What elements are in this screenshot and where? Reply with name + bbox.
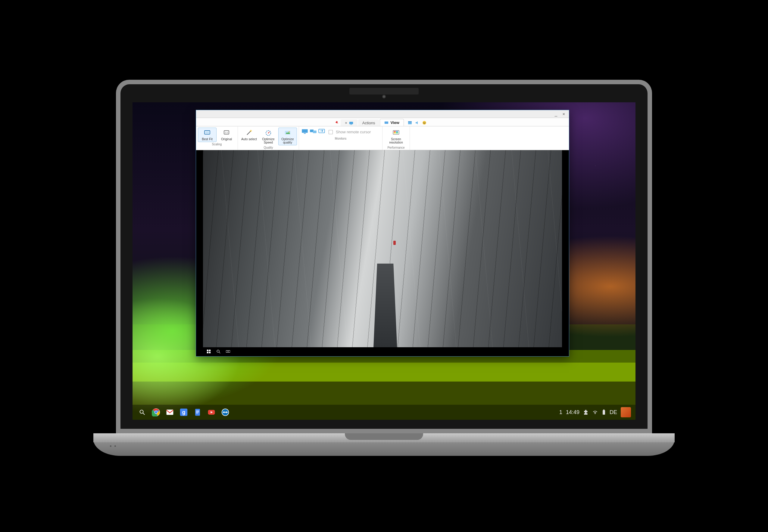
speed-icon [265,129,272,137]
view-ribbon: Best Fit 1:1 Original Scaling [196,126,569,150]
svg-point-32 [217,350,219,352]
remote-session-window[interactable]: _ × × Actions [196,110,569,357]
scaling-group-label: Scaling [212,143,222,146]
monitors-group-label: Monitors [335,137,346,140]
svg-rect-28 [207,350,209,351]
svg-rect-35 [228,350,230,352]
svg-rect-0 [349,122,353,124]
svg-point-5 [423,121,426,125]
svg-rect-42 [166,410,173,415]
performance-group-label: Performance [387,146,404,149]
svg-rect-24 [394,131,396,132]
app-gmail[interactable] [165,407,175,417]
tray-notification-count[interactable]: 1 [559,409,562,416]
docs-icon [194,408,202,416]
best-fit-label: Best Fit [202,138,213,141]
battery-icon[interactable] [602,409,606,415]
chromebook-desktop: _ × × Actions [132,102,636,420]
resolution-icon [392,129,400,137]
ribbon-group-performance: Screen resolution Performance [382,126,410,150]
search-icon [139,409,145,416]
svg-rect-1 [350,124,352,125]
tab-close[interactable]: × [341,119,358,126]
app-google[interactable]: g [178,407,189,417]
svg-rect-19 [304,133,306,134]
svg-point-12 [250,130,252,131]
original-button[interactable]: 1:1 Original [217,128,236,142]
speaker-dots [110,445,116,447]
tab-actions[interactable]: Actions [358,119,379,126]
svg-rect-30 [207,352,209,353]
svg-rect-21 [313,131,317,133]
svg-point-7 [425,122,425,123]
remote-search-icon[interactable] [216,349,221,354]
chat-icon[interactable] [422,120,427,126]
close-tab-glyph: × [345,121,347,125]
launcher-search-button[interactable] [137,407,147,417]
tab-actions-label: Actions [362,121,375,125]
tray-extension-icon[interactable] [583,410,589,415]
pin-icon[interactable] [335,121,340,126]
wand-icon [245,129,253,137]
app-teamviewer[interactable] [220,407,231,417]
rock-pillar [372,264,399,356]
tab-view-label: View [390,120,399,125]
svg-text:g: g [182,409,185,415]
app-google-docs[interactable] [193,407,203,417]
optimize-speed-button[interactable]: Optimize Speed [259,128,278,145]
chrome-icon [152,408,160,416]
session-icon [349,121,353,125]
window-minimize-button[interactable]: _ [553,111,559,117]
quality-icon [284,129,292,137]
svg-rect-48 [196,413,198,413]
ribbon-group-monitors: Show remote cursor Monitors [299,126,382,150]
svg-rect-26 [394,132,396,133]
checkbox-icon [329,130,333,134]
tab-view[interactable]: View [380,119,404,126]
svg-point-14 [268,133,269,134]
screen-resolution-button[interactable]: Screen resolution [384,128,408,145]
tray-language[interactable]: DE [610,409,617,416]
teamviewer-icon [221,408,230,416]
task-view-icon[interactable] [226,349,231,354]
view-tab-icon [384,121,389,125]
optimize-quality-label: Optimize quality [279,138,296,144]
camera-icon [382,95,386,98]
window-close-button[interactable]: × [560,111,567,117]
window-titlebar[interactable]: _ × [196,110,569,118]
system-tray[interactable]: 1 14:49 DE [559,407,631,417]
wifi-icon[interactable] [592,410,598,415]
svg-rect-4 [408,121,412,122]
svg-rect-2 [385,121,388,124]
audio-icon[interactable] [415,120,420,126]
youtube-icon [207,408,216,416]
app-chrome[interactable] [151,407,161,417]
show-remote-cursor-toggle[interactable]: Show remote cursor [326,130,380,134]
remote-windows-taskbar[interactable] [203,347,562,356]
svg-point-6 [423,122,424,123]
optimize-quality-button[interactable]: Optimize quality [278,128,297,145]
user-avatar[interactable] [621,407,631,417]
optimize-speed-label: Optimize Speed [260,138,277,144]
monitor-primary-icon[interactable] [301,128,309,136]
files-icon[interactable] [407,120,412,126]
toolbar-tabstrip: × Actions View [196,118,569,126]
auto-select-button[interactable]: Auto select [240,128,259,145]
best-fit-button[interactable]: Best Fit [198,128,217,142]
svg-line-37 [143,413,145,415]
app-youtube[interactable] [206,407,217,417]
quality-group-label: Quality [264,146,273,149]
ribbon-group-quality: Auto select Optimize Speed Optimize qual… [238,126,299,150]
svg-rect-18 [302,129,308,133]
ribbon-group-scaling: Best Fit 1:1 Original Scaling [196,126,238,150]
monitor-all-icon[interactable] [309,128,317,136]
remote-desktop-canvas[interactable] [196,150,569,356]
gmail-icon [166,408,174,416]
windows-start-icon[interactable] [207,349,212,354]
original-icon: 1:1 [223,129,231,137]
svg-rect-29 [209,350,211,351]
tray-clock[interactable]: 14:49 [566,409,580,416]
tabstrip-extra-icons [404,120,430,126]
monitor-switch-icon[interactable] [318,128,326,136]
screen-resolution-label: Screen resolution [385,138,407,144]
